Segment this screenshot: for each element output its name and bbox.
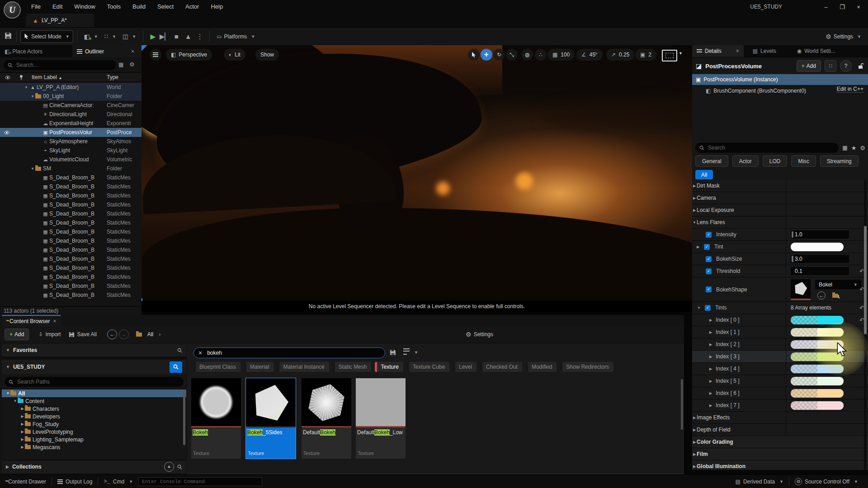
filter-texture[interactable]: Texture bbox=[375, 362, 403, 372]
outliner-row-staticmesh[interactable]: ▦S_Dead_Broom_BStaticMes bbox=[0, 236, 142, 245]
checkbox-checked[interactable]: ✓ bbox=[706, 268, 712, 274]
intensity-input[interactable]: 1.0 bbox=[791, 230, 849, 239]
outliner-row-folder[interactable]: ▼ SM Folder bbox=[0, 164, 142, 173]
bokeh-shape-dropdown[interactable]: Bokel ▼ bbox=[815, 280, 861, 289]
tree-all[interactable]: ▼ All bbox=[2, 389, 186, 397]
cmd-dropdown[interactable]: >_ Cmd ▼ bbox=[98, 475, 138, 488]
console-command-input[interactable] bbox=[138, 477, 262, 486]
details-scrollbar-thumb[interactable] bbox=[864, 226, 867, 334]
stop-button[interactable]: ■ bbox=[170, 33, 182, 40]
section-depth-of-field[interactable]: ▶Depth of Field bbox=[692, 424, 868, 436]
checkbox-checked[interactable]: ✓ bbox=[704, 244, 710, 250]
outliner-row-actor[interactable]: ☁ ExponentialHeight Exponenti bbox=[0, 119, 142, 128]
move-tool-button[interactable]: ✛ bbox=[481, 49, 492, 61]
add-actor-button[interactable]: ◧+ ▼ bbox=[81, 31, 101, 42]
expander-icon[interactable]: ▶ bbox=[692, 440, 697, 444]
close-icon[interactable]: × bbox=[736, 48, 739, 54]
perspective-dropdown[interactable]: ◧ Perspective bbox=[166, 49, 212, 61]
outliner-row-staticmesh[interactable]: ▦S_Dead_Broom_BStaticMes bbox=[0, 263, 142, 272]
tint-color-swatch[interactable] bbox=[791, 243, 844, 251]
outliner-row-actor[interactable]: ☀ DirectionalLight Directional bbox=[0, 110, 142, 119]
level-viewport[interactable]: ◧ Perspective ◐ Lit Show ✛ ↻ ⤡ ◍ ∴ ▦ 100… bbox=[142, 45, 692, 312]
add-collection-icon[interactable]: + bbox=[164, 462, 174, 472]
component-row-brush[interactable]: ◧ BrushComponent (BrushComponent0) Edit … bbox=[692, 86, 868, 96]
expander-icon[interactable]: ▶ bbox=[20, 437, 25, 441]
filter-material-instance[interactable]: Material Instance bbox=[277, 362, 329, 372]
tint-color-swatch[interactable] bbox=[791, 377, 844, 385]
close-button[interactable]: × bbox=[851, 1, 866, 13]
filter-texture-cube[interactable]: Texture Cube bbox=[407, 362, 449, 372]
expander-icon[interactable]: ▶ bbox=[692, 184, 697, 188]
surface-snap-button[interactable]: ∴ bbox=[535, 49, 547, 61]
checkbox-checked[interactable]: ✓ bbox=[706, 256, 712, 262]
menu-build[interactable]: Build bbox=[127, 0, 151, 14]
tree-folder[interactable]: ▶Lighting_Samplemap bbox=[2, 436, 186, 443]
scale-tool-button[interactable]: ⤡ bbox=[506, 49, 518, 61]
search-icon[interactable] bbox=[177, 348, 182, 353]
bokeh-shape-thumbnail[interactable] bbox=[791, 279, 811, 300]
section-film[interactable]: ▶Film bbox=[692, 448, 868, 460]
search-icon[interactable] bbox=[177, 465, 182, 469]
chip-lod[interactable]: LOD bbox=[763, 155, 788, 167]
skip-frame-button[interactable]: ▶▏ bbox=[159, 33, 170, 41]
grid-snap-dropdown[interactable]: ▦ 100 bbox=[547, 49, 575, 61]
close-icon[interactable]: × bbox=[53, 318, 56, 324]
expander-icon[interactable]: ▶ bbox=[708, 343, 713, 347]
filter-modified[interactable]: Modified bbox=[526, 362, 557, 372]
outliner-row-staticmesh[interactable]: ▦S_Dead_Broom_BStaticMes bbox=[0, 282, 142, 291]
viewport-layout-button[interactable] bbox=[662, 50, 677, 61]
clear-search-icon[interactable]: × bbox=[198, 349, 202, 357]
outliner-search[interactable] bbox=[4, 60, 116, 70]
outliner-row-staticmesh[interactable]: ▦S_Dead_Broom_BStaticMes bbox=[0, 209, 142, 218]
add-component-button[interactable]: + Add bbox=[797, 60, 821, 72]
assets-scrollbar-thumb[interactable] bbox=[681, 379, 683, 430]
help-icon[interactable]: ? bbox=[840, 60, 852, 72]
expander-icon[interactable]: ▼ bbox=[30, 167, 35, 171]
menu-edit[interactable]: Edit bbox=[47, 0, 68, 14]
details-search-input[interactable] bbox=[707, 144, 835, 151]
play-options-icon[interactable]: ⋮ bbox=[194, 33, 206, 41]
menu-tools[interactable]: Tools bbox=[101, 0, 127, 14]
expander-icon[interactable]: ▶ bbox=[20, 430, 25, 434]
expander-icon[interactable]: ▶ bbox=[20, 422, 25, 426]
expander-icon[interactable]: ▶ bbox=[708, 404, 713, 408]
expander-icon[interactable]: ▶ bbox=[692, 196, 697, 200]
filter-static-mesh[interactable]: Static Mesh bbox=[333, 362, 372, 372]
collections-header[interactable]: ▶ Collections + bbox=[2, 460, 186, 473]
expander-icon[interactable]: ▶ bbox=[708, 330, 713, 334]
details-search[interactable] bbox=[695, 143, 839, 153]
favorites-header[interactable]: ▼ Favorites bbox=[2, 344, 186, 357]
save-icon[interactable] bbox=[5, 32, 12, 41]
outliner-row-actor[interactable]: ◓ SkyLight SkyLight bbox=[0, 146, 142, 155]
outliner-row-staticmesh[interactable]: ▦S_Dead_Broom_BStaticMes bbox=[0, 245, 142, 254]
tab-details[interactable]: Details × bbox=[692, 45, 744, 57]
cinematics-button[interactable]: ◫ ▼ bbox=[119, 31, 139, 42]
rotation-snap-dropdown[interactable]: ∠ 45° bbox=[576, 49, 603, 61]
blueprint-edit-icon[interactable]: ∷ bbox=[825, 60, 836, 72]
menu-select[interactable]: Select bbox=[151, 0, 179, 14]
tint-color-swatch[interactable] bbox=[791, 401, 844, 410]
close-icon[interactable]: × bbox=[131, 48, 134, 55]
add-asset-button[interactable]: + Add bbox=[5, 328, 29, 340]
blueprints-button[interactable]: ∷ ▼ bbox=[101, 31, 119, 42]
outliner-row-staticmesh[interactable]: ▦S_Dead_Broom_BStaticMes bbox=[0, 182, 142, 191]
browse-to-asset-icon[interactable] bbox=[831, 291, 840, 300]
outliner-row-actor[interactable]: ☼ SkyAtmosphere SkyAtmos bbox=[0, 137, 142, 146]
section-local-exposure[interactable]: ▶Local Exposure bbox=[692, 204, 868, 216]
outliner-row-staticmesh[interactable]: ▦S_Dead_Broom_BStaticMes bbox=[0, 173, 142, 182]
tab-place-actors[interactable]: ◧+ Place Actors bbox=[0, 45, 72, 57]
outliner-row-staticmesh[interactable]: ▦S_Dead_Broom_BStaticMes bbox=[0, 227, 142, 236]
platforms-dropdown[interactable]: ▭ Platforms ▼ bbox=[213, 31, 258, 42]
display-filter-icon[interactable]: ▦ bbox=[842, 145, 847, 151]
outliner-row-staticmesh[interactable]: ▦S_Dead_Broom_BStaticMes bbox=[0, 191, 142, 200]
component-row-instance[interactable]: ▣ PostProcessVolume (Instance) bbox=[692, 74, 868, 85]
outliner-row-level[interactable]: ▼ ▲ LV_PP_A (Editor) World bbox=[0, 83, 142, 92]
maximize-button[interactable]: ❐ bbox=[835, 1, 850, 13]
eject-button[interactable]: ▲ bbox=[182, 33, 194, 40]
expander-icon[interactable]: ▼ bbox=[692, 221, 697, 225]
back-icon[interactable]: ← bbox=[107, 329, 117, 339]
save-all-button[interactable]: Save All bbox=[66, 328, 99, 340]
asset-tile-defaultbokeh-low[interactable]: DefaultBokeh_Low Texture bbox=[356, 378, 406, 459]
filter-checked-out[interactable]: Checked Out bbox=[480, 362, 522, 372]
favorites-star-icon[interactable]: ★ bbox=[851, 145, 857, 151]
